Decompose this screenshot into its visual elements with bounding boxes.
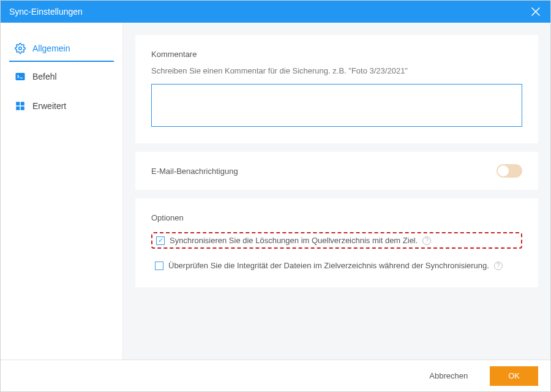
help-icon[interactable]: ?	[494, 262, 503, 270]
main-content: Kommentare Schreiben Sie einen Kommentar…	[123, 23, 550, 360]
checkbox-verify-integrity[interactable]	[155, 262, 163, 270]
sidebar: Allgemein Befehl Erweitert	[1, 23, 123, 360]
help-icon[interactable]: ?	[422, 236, 431, 245]
sidebar-item-label: Erweitert	[32, 101, 66, 111]
ok-button[interactable]: OK	[490, 366, 538, 386]
svg-rect-5	[16, 107, 20, 110]
svg-point-0	[19, 47, 22, 50]
terminal-icon	[14, 70, 26, 83]
close-icon	[531, 7, 540, 16]
options-panel: Optionen ✓ Synchronisieren Sie die Lösch…	[135, 198, 538, 287]
comment-input[interactable]	[151, 84, 522, 127]
comments-hint: Schreiben Sie einen Kommentar für die Si…	[151, 66, 522, 75]
svg-rect-1	[16, 73, 25, 80]
email-label: E-Mail-Benachrichtigung	[151, 167, 238, 176]
comments-panel: Kommentare Schreiben Sie einen Kommentar…	[135, 35, 538, 143]
option-verify-integrity[interactable]: Überprüfen Sie die Integrität der Dateie…	[151, 258, 522, 273]
svg-rect-4	[21, 102, 24, 105]
close-button[interactable]	[530, 6, 542, 18]
sidebar-item-command[interactable]: Befehl	[1, 62, 122, 91]
cancel-button[interactable]: Abbrechen	[416, 366, 481, 386]
grid-icon	[14, 100, 26, 112]
sidebar-item-general[interactable]: Allgemein	[9, 34, 114, 62]
email-toggle[interactable]	[497, 164, 522, 178]
svg-rect-6	[21, 107, 24, 110]
gear-icon	[14, 42, 26, 55]
window-title: Sync-Einstellungen	[9, 7, 83, 17]
footer: Abbrechen OK	[1, 360, 550, 391]
options-title: Optionen	[151, 213, 522, 222]
sidebar-item-label: Allgemein	[32, 43, 70, 53]
email-panel: E-Mail-Benachrichtigung	[135, 152, 538, 190]
checkbox-sync-deletions[interactable]: ✓	[156, 236, 165, 245]
comments-title: Kommentare	[151, 50, 522, 59]
sidebar-item-advanced[interactable]: Erweitert	[1, 91, 122, 121]
option-label: Überprüfen Sie die Integrität der Dateie…	[168, 261, 489, 270]
svg-rect-3	[16, 102, 20, 105]
option-label: Synchronisieren Sie die Löschungen im Qu…	[170, 236, 418, 245]
titlebar: Sync-Einstellungen	[1, 1, 550, 23]
sidebar-item-label: Befehl	[32, 72, 57, 81]
option-sync-deletions[interactable]: ✓ Synchronisieren Sie die Löschungen im …	[151, 232, 522, 249]
